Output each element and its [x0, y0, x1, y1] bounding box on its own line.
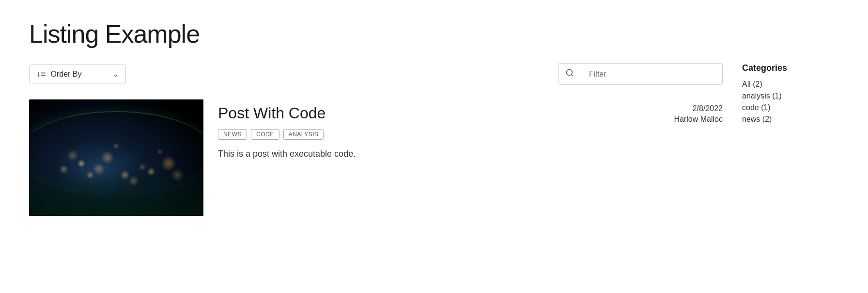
- content-area: ↓≡ Order By ⌄: [29, 63, 723, 216]
- main-layout: ↓≡ Order By ⌄: [29, 63, 839, 216]
- post-description: This is a post with executable code.: [218, 147, 636, 161]
- tag-news[interactable]: NEWS: [218, 129, 247, 140]
- earth-image: [29, 99, 203, 216]
- filter-container: [558, 63, 723, 85]
- post-author: Harlow Malloc: [650, 115, 723, 124]
- table-row: Post With Code NEWS CODE ANALYSIS This i…: [29, 99, 723, 216]
- chevron-down-icon: ⌄: [113, 70, 119, 78]
- post-list: Post With Code NEWS CODE ANALYSIS This i…: [29, 99, 723, 216]
- post-date: 2/8/2022: [650, 104, 723, 113]
- category-list: All (2) analysis (1) code (1) news (2): [742, 80, 839, 124]
- sidebar: Categories All (2) analysis (1) code (1)…: [742, 63, 839, 216]
- tag-analysis[interactable]: ANALYSIS: [283, 129, 324, 140]
- sidebar-categories-title: Categories: [742, 63, 839, 73]
- post-thumbnail[interactable]: [29, 99, 203, 216]
- post-title[interactable]: Post With Code: [218, 104, 636, 122]
- post-content: Post With Code NEWS CODE ANALYSIS This i…: [218, 99, 636, 161]
- filter-input[interactable]: [581, 65, 722, 83]
- tag-code[interactable]: CODE: [251, 129, 279, 140]
- page-title: Listing Example: [29, 19, 839, 49]
- order-by-dropdown[interactable]: ↓≡ Order By ⌄: [29, 65, 126, 83]
- earth-arc: [29, 111, 203, 193]
- post-tags: NEWS CODE ANALYSIS: [218, 129, 636, 140]
- category-item-code[interactable]: code (1): [742, 103, 839, 112]
- category-item-all[interactable]: All (2): [742, 80, 839, 89]
- order-by-label: Order By: [51, 70, 108, 79]
- category-item-analysis[interactable]: analysis (1): [742, 92, 839, 100]
- search-icon: [558, 64, 581, 84]
- category-item-news[interactable]: news (2): [742, 115, 839, 124]
- svg-line-1: [571, 74, 573, 76]
- post-meta: 2/8/2022 Harlow Malloc: [650, 99, 723, 124]
- toolbar: ↓≡ Order By ⌄: [29, 63, 723, 85]
- sort-icon: ↓≡: [36, 69, 46, 79]
